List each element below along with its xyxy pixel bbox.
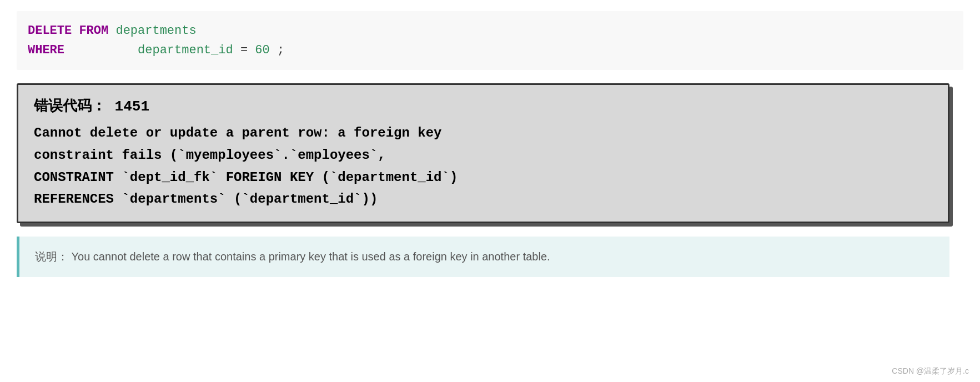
note-text-body: You cannot delete a row that contains a …: [72, 250, 550, 263]
sql-where-keyword: WHERE: [28, 43, 64, 57]
error-line-2: constraint fails (`myemployees`.`employe…: [34, 144, 932, 167]
error-title: 错误代码： 1451: [34, 96, 932, 115]
error-line-3: CONSTRAINT `dept_id_fk` FOREIGN KEY (`de…: [34, 167, 932, 189]
note-label: 说明：: [35, 250, 68, 263]
sql-from-keyword: FROM: [79, 24, 108, 38]
sql-semicolon: ;: [277, 43, 284, 57]
sql-table-name: departments: [115, 24, 196, 38]
error-title-label: 错误代码：: [34, 98, 106, 115]
page-container: DELETE FROM departments WHERE department…: [0, 0, 980, 382]
note-content: 说明： You cannot delete a row that contain…: [35, 248, 934, 266]
sql-block: DELETE FROM departments WHERE department…: [17, 11, 963, 70]
sql-line-2: WHERE department_id = 60 ;: [28, 41, 952, 60]
error-line-4: REFERENCES `departments` (`department_id…: [34, 188, 932, 210]
error-title-code: 1451: [115, 98, 149, 115]
sql-line-1: DELETE FROM departments: [28, 21, 952, 41]
watermark: CSDN @温柔了岁月.c: [892, 366, 969, 376]
sql-condition-op: =: [240, 43, 255, 57]
error-message: Cannot delete or update a parent row: a …: [34, 122, 932, 210]
sql-delete-keyword: DELETE: [28, 24, 72, 38]
error-line-1: Cannot delete or update a parent row: a …: [34, 122, 932, 144]
error-box: 错误代码： 1451 Cannot delete or update a par…: [17, 83, 949, 223]
sql-condition-val: 60: [255, 43, 269, 57]
sql-spaces: [72, 43, 130, 57]
note-box: 说明： You cannot delete a row that contain…: [17, 237, 949, 277]
sql-condition-col: department_id: [138, 43, 233, 57]
